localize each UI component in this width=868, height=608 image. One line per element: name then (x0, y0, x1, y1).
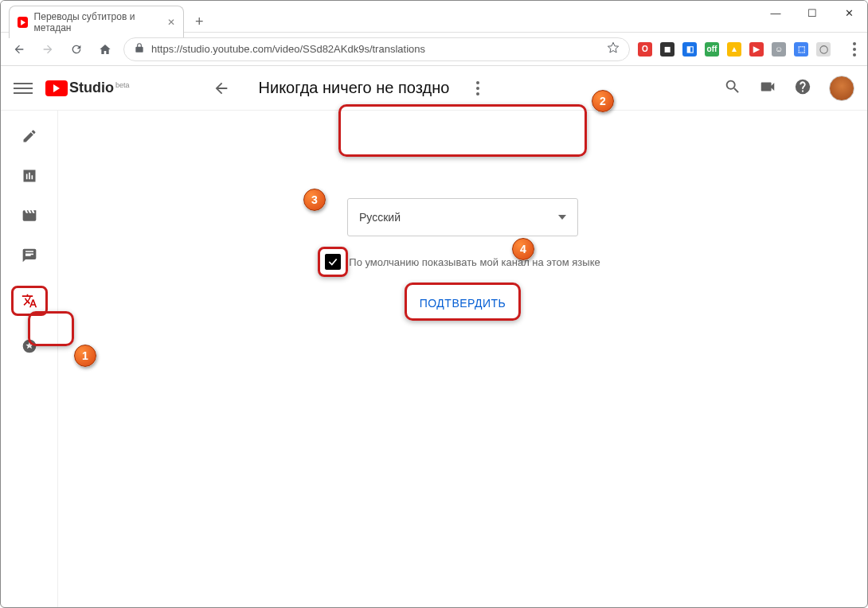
extensions-area: O ◼ ◧ off ▲ ▶ ☺ ⬚ ◯ (638, 39, 859, 60)
confirm-button[interactable]: ПОДТВЕРДИТЬ (405, 289, 521, 318)
nav-editor-icon[interactable] (20, 206, 39, 225)
default-language-row: По умолчанию показывать мой канал на это… (325, 254, 600, 270)
create-icon[interactable] (759, 78, 776, 98)
video-more-actions-button[interactable] (476, 81, 479, 95)
lock-icon (134, 42, 145, 56)
ext-icon-3[interactable]: ◧ (682, 42, 697, 57)
studio-logo[interactable]: Studio beta (45, 80, 130, 96)
ext-icon-1[interactable]: O (638, 42, 652, 57)
window-minimize-button[interactable]: — (757, 1, 794, 25)
video-title: Никогда ничего не поздно (259, 79, 450, 97)
main-content: Русский По умолчанию показывать мой кана… (58, 111, 867, 607)
side-nav-bottom (1, 497, 58, 598)
nav-home-button[interactable] (95, 39, 115, 60)
language-select-value: Русский (359, 211, 401, 224)
url-field[interactable]: https://studio.youtube.com/video/SSd82AK… (123, 37, 630, 61)
marker-4: 4 (512, 238, 534, 260)
marker-2: 2 (592, 90, 614, 112)
youtube-favicon (18, 17, 28, 28)
address-bar: https://studio.youtube.com/video/SSd82AK… (1, 33, 867, 66)
ext-icon-6[interactable]: ▶ (749, 42, 764, 57)
browser-tab[interactable]: Переводы субтитров и метадан ✕ (9, 6, 184, 38)
search-icon[interactable] (724, 78, 741, 98)
ext-icon-7[interactable]: ☺ (772, 42, 786, 57)
tab-close-icon[interactable]: ✕ (167, 17, 175, 28)
ext-icon-8[interactable]: ⬚ (794, 42, 808, 57)
youtube-logo-icon (45, 80, 68, 96)
ext-icon-4[interactable]: off (705, 42, 719, 57)
default-language-label: По умолчанию показывать мой канал на это… (349, 256, 600, 268)
chevron-down-icon (558, 215, 566, 220)
tab-title: Переводы субтитров и метадан (34, 11, 161, 33)
user-avatar[interactable] (829, 76, 854, 101)
nav-other-icon[interactable] (20, 337, 39, 356)
nav-reload-button[interactable] (66, 39, 87, 60)
browser-menu-button[interactable] (839, 39, 859, 60)
url-text: https://studio.youtube.com/video/SSd82AK… (151, 43, 600, 55)
window-close-button[interactable]: ✕ (831, 1, 867, 25)
nav-edit-icon[interactable] (20, 127, 39, 146)
ext-icon-5[interactable]: ▲ (727, 42, 741, 57)
studio-beta-label: beta (115, 81, 130, 89)
new-tab-button[interactable]: + (189, 10, 210, 33)
nav-analytics-icon[interactable] (20, 166, 39, 185)
bookmark-star-icon[interactable] (607, 41, 620, 57)
help-icon[interactable] (794, 78, 811, 98)
nav-translations-icon[interactable] (11, 286, 48, 316)
window-maximize-button[interactable]: ☐ (794, 1, 831, 25)
callout-2 (338, 104, 587, 157)
nav-comments-icon[interactable] (20, 246, 39, 265)
profile-icon[interactable]: ◯ (816, 42, 831, 57)
ext-icon-2[interactable]: ◼ (660, 42, 674, 57)
marker-1: 1 (74, 345, 96, 367)
studio-header: Studio beta Никогда ничего не поздно (1, 66, 867, 111)
marker-3: 3 (303, 189, 326, 211)
nav-back-button[interactable] (9, 39, 29, 60)
nav-forward-button[interactable] (37, 39, 58, 60)
hamburger-menu-button[interactable] (14, 83, 33, 94)
window-titlebar: Переводы субтитров и метадан ✕ + — ☐ ✕ (1, 1, 867, 33)
default-language-checkbox[interactable] (325, 254, 341, 270)
studio-logo-text: Studio (69, 80, 114, 96)
video-back-button[interactable] (211, 78, 232, 99)
language-select[interactable]: Русский (347, 198, 578, 236)
